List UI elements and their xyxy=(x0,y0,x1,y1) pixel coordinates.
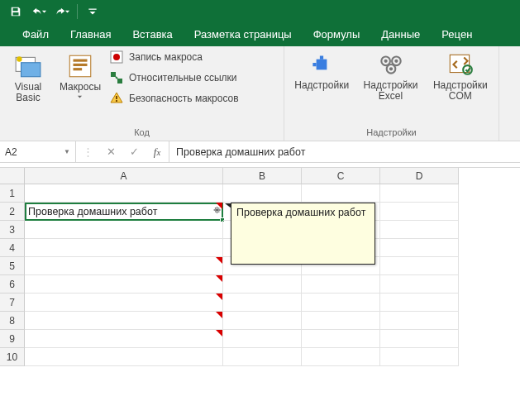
col-header-b[interactable]: B xyxy=(223,168,302,184)
cell-A5[interactable] xyxy=(25,257,223,275)
cancel-button[interactable]: ✕ xyxy=(99,146,122,158)
chevron-down-icon: ▼ xyxy=(64,148,70,155)
row-header[interactable]: 9 xyxy=(0,330,25,348)
cell-C7[interactable] xyxy=(302,294,380,312)
record-macro-label: Запись макроса xyxy=(129,51,203,63)
cell-A1[interactable] xyxy=(25,184,223,203)
cell-C6[interactable] xyxy=(302,275,380,294)
macros-button[interactable]: Макросы xyxy=(51,50,109,100)
svg-point-8 xyxy=(113,54,120,60)
tab-home[interactable]: Главная xyxy=(60,23,122,46)
undo-button[interactable] xyxy=(28,2,50,21)
cell-C8[interactable] xyxy=(302,312,380,330)
grid-row: 8 xyxy=(0,312,520,330)
grid-row: 10 xyxy=(0,348,520,366)
svg-rect-9 xyxy=(111,72,116,77)
cell-B7[interactable] xyxy=(223,294,302,312)
cell-A3[interactable] xyxy=(25,221,223,239)
tab-data[interactable]: Данные xyxy=(370,23,431,46)
cell-A6[interactable] xyxy=(25,275,223,294)
cell-D4[interactable] xyxy=(380,239,459,257)
tab-formulas[interactable]: Формулы xyxy=(303,23,371,46)
cell-C10[interactable] xyxy=(302,348,380,366)
svg-point-18 xyxy=(389,67,392,70)
record-macro-button[interactable]: Запись макроса xyxy=(109,50,239,64)
svg-rect-4 xyxy=(74,60,88,62)
code-group-label: Код xyxy=(0,127,284,141)
cell-C9[interactable] xyxy=(302,330,380,348)
save-icon[interactable] xyxy=(5,2,26,21)
row-header[interactable]: 8 xyxy=(0,312,25,330)
comment-marker-icon xyxy=(216,257,222,264)
cell-D2[interactable] xyxy=(380,203,459,221)
tab-layout[interactable]: Разметка страницы xyxy=(184,23,303,46)
formula-bar: A2 ▼ ⋮ ✕ ✓ fx Проверка домашних работ xyxy=(0,141,520,163)
macros-label: Макросы xyxy=(60,82,101,93)
comment-marker-icon xyxy=(216,312,222,318)
customize-qat-icon[interactable] xyxy=(82,2,103,21)
fx-button[interactable]: fx xyxy=(146,146,169,159)
addins-label: Надстройки xyxy=(294,80,349,91)
row-header[interactable]: 6 xyxy=(0,275,25,294)
comment-text: Проверка домашних работ xyxy=(236,207,365,218)
cell-A4[interactable] xyxy=(25,239,223,257)
comment-popup: Проверка домашних работ xyxy=(231,203,375,265)
cell-B6[interactable] xyxy=(223,275,302,294)
svg-rect-10 xyxy=(117,79,122,84)
redo-button[interactable] xyxy=(51,2,73,21)
formula-input[interactable]: Проверка домашних работ xyxy=(169,141,520,162)
cell-C1[interactable] xyxy=(302,184,380,203)
visual-basic-button[interactable]: Visual Basic xyxy=(5,50,51,103)
formula-bar-buttons: ⋮ ✕ ✓ fx xyxy=(76,141,169,162)
cell-D10[interactable] xyxy=(380,348,459,366)
row-header[interactable]: 10 xyxy=(0,348,25,366)
cell-D5[interactable] xyxy=(380,257,459,275)
col-header-c[interactable]: C xyxy=(302,168,380,184)
enter-button[interactable]: ✓ xyxy=(122,146,146,158)
svg-point-2 xyxy=(17,56,21,61)
cell-D1[interactable] xyxy=(380,184,459,203)
cell-B10[interactable] xyxy=(223,348,302,366)
comment-marker-icon xyxy=(216,275,222,282)
cell-A10[interactable] xyxy=(25,348,223,366)
comment-marker-icon xyxy=(216,294,222,300)
row-header[interactable]: 2 xyxy=(0,203,25,221)
svg-rect-5 xyxy=(74,64,88,66)
cell-A9[interactable] xyxy=(25,330,223,348)
cell-D3[interactable] xyxy=(380,221,459,239)
formula-bar-spacer: ⋮ xyxy=(76,146,99,158)
col-header-a[interactable]: A xyxy=(25,168,223,184)
svg-rect-1 xyxy=(21,63,41,77)
svg-rect-12 xyxy=(116,100,117,102)
excel-addins-button[interactable]: Надстройки Excel xyxy=(357,48,423,102)
row-header[interactable]: 5 xyxy=(0,257,25,275)
macro-security-button[interactable]: Безопасность макросов xyxy=(109,91,239,106)
name-box[interactable]: A2 ▼ xyxy=(0,141,76,162)
cell-B1[interactable] xyxy=(223,184,302,203)
row-header[interactable]: 1 xyxy=(0,184,25,203)
cell-A7[interactable] xyxy=(25,294,223,312)
row-header[interactable]: 3 xyxy=(0,221,25,239)
cell-A8[interactable] xyxy=(25,312,223,330)
cell-B9[interactable] xyxy=(223,330,302,348)
cell-D9[interactable] xyxy=(380,330,459,348)
addins-button[interactable]: Надстройки xyxy=(289,48,354,91)
row-header[interactable]: 7 xyxy=(0,294,25,312)
tab-insert[interactable]: Вставка xyxy=(122,23,183,46)
row-header[interactable]: 4 xyxy=(0,239,25,257)
relative-refs-button[interactable]: Относительные ссылки xyxy=(109,70,239,85)
ribbon-tabs: Файл Главная Вставка Разметка страницы Ф… xyxy=(0,23,520,46)
com-addins-label: Надстройки COM xyxy=(433,80,488,102)
cell-A2[interactable]: Проверка домашних работ⁜ xyxy=(25,203,223,221)
cell-D8[interactable] xyxy=(380,312,459,330)
tab-review[interactable]: Рецен xyxy=(431,23,483,46)
addins-group-label: Надстройки xyxy=(284,127,499,141)
tab-file[interactable]: Файл xyxy=(12,23,60,46)
svg-rect-6 xyxy=(74,68,83,70)
col-header-d[interactable]: D xyxy=(380,168,459,184)
cell-B8[interactable] xyxy=(223,312,302,330)
cell-D6[interactable] xyxy=(380,275,459,294)
com-addins-button[interactable]: Надстройки COM xyxy=(427,48,494,102)
cell-D7[interactable] xyxy=(380,294,459,312)
select-all-corner[interactable] xyxy=(0,168,25,184)
